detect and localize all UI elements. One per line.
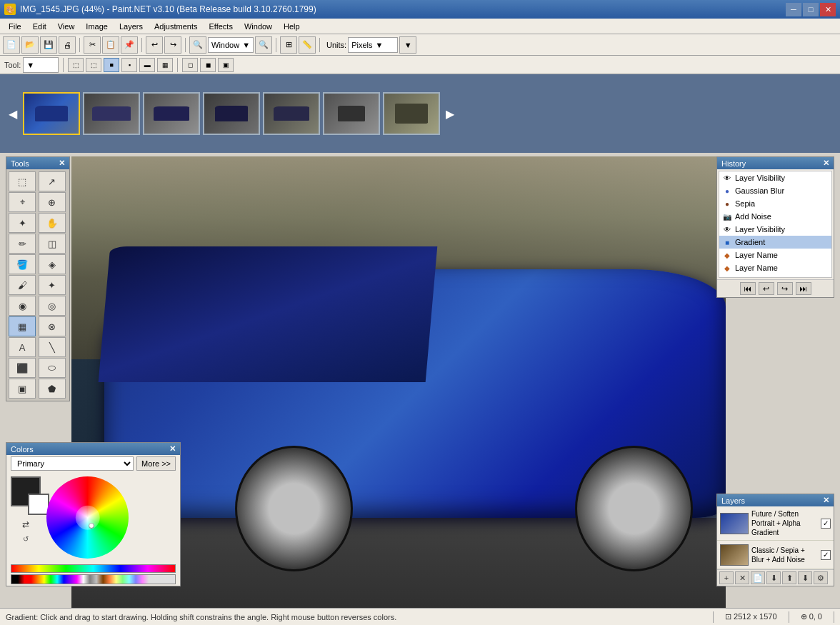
shape-opt-1[interactable]: ⬚ [68,58,84,72]
tool-gradient[interactable]: ▦ [9,316,36,336]
tool-pan[interactable]: ✋ [39,213,66,233]
shape-opt-2[interactable]: ⬚ [86,58,101,72]
history-first-button[interactable]: ⏮ [740,282,756,295]
thumbnail-5[interactable] [263,92,320,135]
fill-opt-3[interactable]: ▣ [218,58,234,72]
swap-colors-icon[interactable]: ⇄ [22,519,29,529]
toolbar-redo[interactable]: ↪ [164,36,181,54]
shape-opt-5[interactable]: ▬ [139,58,155,72]
tool-sharpen[interactable]: ◎ [39,296,66,316]
tool-eraser[interactable]: ◫ [39,234,66,254]
tools-close-button[interactable]: ✕ [59,159,65,168]
layers-move-up-button[interactable]: ⬆ [782,571,796,584]
menu-effects[interactable]: Effects [204,21,239,32]
tool-brush[interactable]: 🖌 [9,275,36,295]
color-hue-strip[interactable] [11,564,176,573]
fill-opt-1[interactable]: ◻ [182,58,198,72]
tool-recolor[interactable]: ⊗ [39,316,66,336]
layers-close-button[interactable]: ✕ [823,496,829,505]
tool-clone[interactable]: ✦ [39,275,66,295]
menu-help[interactable]: Help [278,21,306,32]
units-dropdown[interactable]: Pixels ▼ [348,37,398,53]
tool-blur[interactable]: ◉ [9,296,36,316]
colors-close-button[interactable]: ✕ [169,444,176,454]
history-item-gradient[interactable]: ■ Gradient [719,236,831,249]
fill-opt-2[interactable]: ◼ [200,58,216,72]
menu-file[interactable]: File [3,21,27,32]
menu-image[interactable]: Image [80,21,114,32]
history-item-layer-name-1[interactable]: ◆ Layer Name [719,249,831,261]
history-last-button[interactable]: ⏭ [796,282,811,295]
toolbar-units-extra[interactable]: ▼ [399,36,416,54]
layers-add-button[interactable]: + [719,571,734,584]
tool-text[interactable]: A [9,337,36,357]
layer-item-2[interactable]: Classic / Sepia + Blur + Add Noise ✓ [717,541,834,569]
layer-checkbox-2[interactable]: ✓ [821,550,831,560]
toolbar-open[interactable]: 📂 [21,36,39,54]
color-palette-strip[interactable] [11,574,176,584]
toolbar-grid[interactable]: ⊞ [280,36,297,54]
toolbar-print[interactable]: 🖨 [59,36,76,54]
toolbar-undo[interactable]: ↩ [146,36,163,54]
history-undo-button[interactable]: ↩ [759,282,774,295]
history-item-layer-visibility-2[interactable]: 👁 Layer Visibility [719,223,831,236]
history-list[interactable]: 👁 Layer Visibility ● Gaussian Blur ● Sep… [719,171,832,278]
window-dropdown[interactable]: Window ▼ [208,37,254,53]
history-item-layer-visibility-1[interactable]: 👁 Layer Visibility [719,171,831,184]
tool-rectangle-select[interactable]: ⬚ [9,171,36,191]
color-wheel[interactable] [46,476,129,559]
menu-adjustments[interactable]: Adjustments [149,21,204,32]
history-redo-button[interactable]: ↪ [777,282,793,295]
shape-opt-3[interactable]: ■ [104,58,119,72]
layers-properties-button[interactable]: ⚙ [814,571,828,584]
thumbnail-4[interactable] [203,92,260,135]
toolbar-save[interactable]: 💾 [40,36,57,54]
history-close-button[interactable]: ✕ [823,159,829,168]
tool-colorpicker[interactable]: ◈ [39,254,66,274]
minimize-button[interactable]: ─ [786,3,801,16]
toolbar-paste[interactable]: 📌 [121,36,138,54]
shape-opt-4[interactable]: ▪ [121,58,137,72]
tool-pencil[interactable]: ✏ [9,234,36,254]
tool-paintbucket[interactable]: 🪣 [9,254,36,274]
tool-lasso[interactable]: ⌖ [9,192,36,212]
reset-colors-label[interactable]: ↺ [23,535,29,543]
colors-mode-select[interactable]: Primary Secondary [11,456,134,471]
toolbar-zoom-in[interactable]: 🔍 [255,36,272,54]
history-item-layer-name-3[interactable]: ◆ Layer Name [719,274,831,278]
menu-window[interactable]: Window [239,21,278,32]
layer-item-1[interactable]: Future / Soften Portrait + Alpha Gradien… [717,506,834,541]
tool-shapes-roundrect[interactable]: ▣ [9,379,36,399]
menu-view[interactable]: View [52,21,81,32]
thumbnail-1[interactable] [23,92,80,135]
thumbnail-7[interactable] [383,92,440,135]
history-item-gaussian-blur[interactable]: ● Gaussian Blur [719,184,831,197]
close-button[interactable]: ✕ [820,3,836,16]
tool-magic-wand[interactable]: ✦ [9,213,36,233]
toolbar-zoom-out[interactable]: 🔍 [189,36,206,54]
maximize-button[interactable]: □ [803,3,819,16]
thumbnail-6[interactable] [323,92,380,135]
history-item-sepia[interactable]: ● Sepia [719,197,831,210]
tool-line[interactable]: ╲ [39,337,66,357]
tool-shapes-freeform[interactable]: ⬟ [39,379,66,399]
tool-shapes-ellipse[interactable]: ⬭ [39,358,66,378]
tool-selector[interactable]: ▼ [23,57,59,73]
toolbar-cut[interactable]: ✂ [84,36,101,54]
toolbar-copy[interactable]: 📋 [102,36,119,54]
tool-move[interactable]: ↗ [39,171,66,191]
strip-next-arrow[interactable]: ▶ [443,104,457,124]
layer-checkbox-1[interactable]: ✓ [821,519,831,529]
menu-edit[interactable]: Edit [27,21,52,32]
history-item-layer-name-2[interactable]: ◆ Layer Name [719,261,831,274]
strip-prev-arrow[interactable]: ◀ [6,104,20,124]
history-item-add-noise[interactable]: 📷 Add Noise [719,210,831,223]
thumbnail-2[interactable] [83,92,140,135]
layers-move-down-button[interactable]: ⬇ [798,571,812,584]
thumbnail-3[interactable] [143,92,200,135]
menu-layers[interactable]: Layers [114,21,149,32]
tool-shapes-rect[interactable]: ⬛ [9,358,36,378]
layers-delete-button[interactable]: ✕ [735,571,749,584]
layers-duplicate-button[interactable]: 📄 [751,571,765,584]
layers-merge-button[interactable]: ⬇ [766,571,781,584]
